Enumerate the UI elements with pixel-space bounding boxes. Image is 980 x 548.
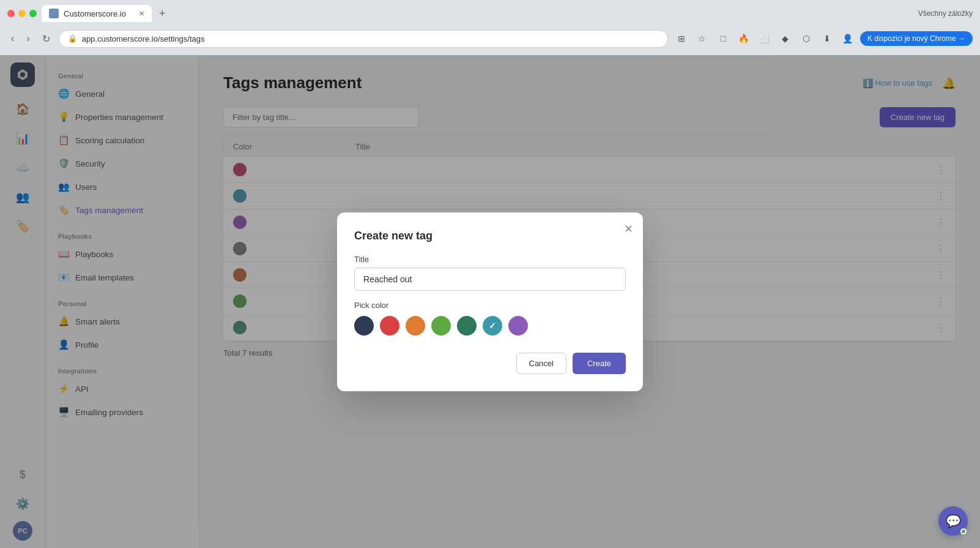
- extension-btn-3[interactable]: ⬜: [756, 30, 773, 47]
- address-text: app.customerscore.io/settings/tags: [82, 34, 659, 43]
- browser-actions: ⊞ ☆ □ 🔥 ⬜ ◆ ⬡ ⬇ 👤 K dispozici je nový Ch…: [673, 30, 973, 47]
- modal-overlay: ✕ Create new tag Title Pick color Cancel…: [0, 55, 980, 548]
- modal-title: Create new tag: [354, 230, 626, 242]
- browser-dots: [7, 10, 37, 17]
- maximize-dot[interactable]: [29, 10, 37, 17]
- extension-btn-4[interactable]: ◆: [777, 30, 794, 47]
- bookmarks-label: Všechny záložky: [918, 9, 973, 18]
- tab-favicon: [49, 9, 59, 18]
- translate-button[interactable]: ⊞: [673, 30, 690, 47]
- cancel-button[interactable]: Cancel: [516, 353, 566, 374]
- color-option-orange[interactable]: [406, 316, 425, 336]
- color-option-green[interactable]: [431, 316, 451, 336]
- modal-close-button[interactable]: ✕: [624, 222, 633, 236]
- close-dot[interactable]: [7, 10, 15, 17]
- create-button[interactable]: Create: [573, 353, 626, 374]
- new-tab-button[interactable]: +: [157, 5, 168, 23]
- reload-button[interactable]: ↻: [39, 31, 54, 47]
- color-option-purple[interactable]: [508, 316, 528, 336]
- chrome-promo[interactable]: K dispozici je nový Chrome →: [860, 31, 973, 46]
- browser-chrome: Customerscore.io ✕ + Všechny záložky ‹ ›…: [0, 0, 980, 55]
- minimize-dot[interactable]: [18, 10, 26, 17]
- tag-title-input[interactable]: [354, 268, 626, 291]
- color-option-dark-green[interactable]: [457, 316, 477, 336]
- extension-btn-2[interactable]: 🔥: [735, 30, 752, 47]
- create-tag-modal: ✕ Create new tag Title Pick color Cancel…: [337, 212, 643, 391]
- profile-button[interactable]: 👤: [839, 30, 856, 47]
- browser-addressbar: ‹ › ↻ 🔒 app.customerscore.io/settings/ta…: [0, 24, 980, 55]
- chat-online-dot: [960, 528, 967, 535]
- color-option-red[interactable]: [380, 316, 399, 336]
- color-options: [354, 316, 626, 336]
- back-button[interactable]: ‹: [7, 31, 18, 47]
- extension-btn-1[interactable]: □: [715, 30, 732, 47]
- tab-title: Customerscore.io: [64, 9, 126, 18]
- modal-footer: Cancel Create: [354, 353, 626, 374]
- chat-icon: 💬: [946, 514, 961, 528]
- download-button[interactable]: ⬇: [819, 30, 836, 47]
- extension-btn-5[interactable]: ⬡: [798, 30, 815, 47]
- color-picker-label: Pick color: [354, 301, 626, 310]
- browser-tab[interactable]: Customerscore.io ✕: [42, 5, 152, 22]
- color-option-navy[interactable]: [354, 316, 374, 336]
- color-option-teal[interactable]: [483, 316, 502, 336]
- bookmark-button[interactable]: ☆: [694, 30, 711, 47]
- tab-close-icon[interactable]: ✕: [139, 10, 144, 18]
- browser-titlebar: Customerscore.io ✕ + Všechny záložky: [0, 0, 980, 24]
- chat-bubble-button[interactable]: 💬: [938, 506, 968, 536]
- title-field-label: Title: [354, 255, 626, 264]
- forward-button[interactable]: ›: [23, 31, 33, 47]
- address-bar[interactable]: 🔒 app.customerscore.io/settings/tags: [59, 30, 668, 48]
